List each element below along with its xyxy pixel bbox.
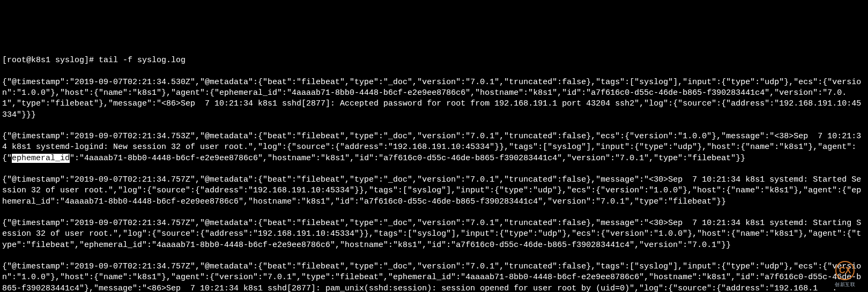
- command-prompt-line: [root@k8s1 syslog]# tail -f syslog.log: [2, 55, 866, 66]
- highlighted-text: ephemeral_id: [12, 154, 70, 163]
- terminal-output[interactable]: [root@k8s1 syslog]# tail -f syslog.log {…: [2, 44, 866, 292]
- watermark-circle-icon: CX: [835, 261, 855, 280]
- log-line: {"@timestamp":"2019-09-07T02:21:34.753Z"…: [2, 131, 866, 164]
- watermark-label: 创新互联: [835, 281, 855, 288]
- log-line: {"@timestamp":"2019-09-07T02:21:34.757Z"…: [2, 261, 866, 292]
- log-line: {"@timestamp":"2019-09-07T02:21:34.757Z"…: [2, 175, 866, 207]
- log-line: {"@timestamp":"2019-09-07T02:21:34.757Z"…: [2, 218, 866, 251]
- log-line: {"@timestamp":"2019-09-07T02:21:34.530Z"…: [2, 77, 866, 121]
- watermark-logo: CX 创新互联: [826, 261, 864, 288]
